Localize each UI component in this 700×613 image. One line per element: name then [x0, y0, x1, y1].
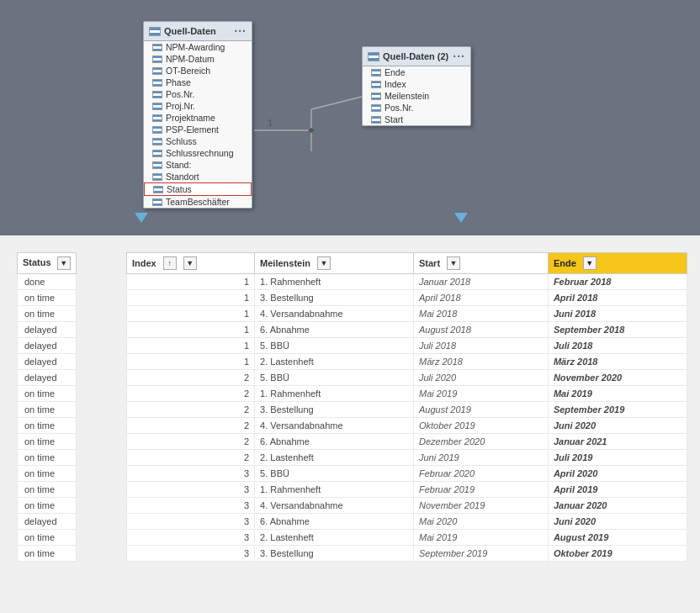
- ende-cell: Juni 2020: [548, 514, 687, 530]
- table-right-dots[interactable]: ···: [453, 50, 465, 63]
- field-npm-datum: NPM-Datum: [144, 53, 252, 65]
- index-cell: 2: [127, 386, 255, 402]
- field-icon: [152, 44, 162, 51]
- index-cell: 3: [127, 466, 255, 482]
- field-icon: [152, 150, 162, 157]
- status-table-row: done: [18, 274, 77, 290]
- start-header-label: Start: [419, 258, 440, 268]
- meilenstein-cell: 1. Rahmenheft: [255, 482, 414, 498]
- status-cell: on time: [18, 546, 77, 562]
- index-cell: 3: [127, 482, 255, 498]
- index-cell: 1: [127, 354, 255, 370]
- table-icon-right: [368, 52, 379, 61]
- status-cell: delayed: [18, 322, 77, 338]
- main-table-row: 14. VersandabnahmeMai 2018Juni 2018: [127, 306, 687, 322]
- status-cell: on time: [18, 530, 77, 546]
- diagram-table-left: Quell-Daten ··· NPM-Awarding NPM-Datum O…: [143, 21, 252, 209]
- start-column-header: Start ▼: [414, 253, 549, 274]
- meilenstein-cell: 5. BBÜ: [255, 466, 414, 482]
- index-cell: 2: [127, 402, 255, 418]
- field-icon: [152, 67, 162, 75]
- field-icon: [152, 79, 162, 87]
- ende-cell: Juni 2020: [548, 418, 687, 434]
- status-table: Status ▼ doneon timeon timedelayeddelaye…: [17, 252, 77, 562]
- status-cell: on time: [18, 402, 77, 418]
- svg-text:1: 1: [268, 118, 273, 128]
- main-table-row: 35. BBÜFebruar 2020April 2020: [127, 466, 687, 482]
- field-icon: [152, 91, 162, 98]
- start-cell: Juni 2019: [414, 450, 549, 466]
- field-icon: [371, 81, 381, 88]
- index-cell: 3: [127, 546, 255, 562]
- meilenstein-filter-button[interactable]: ▼: [317, 256, 331, 270]
- ende-cell: Mai 2019: [548, 386, 687, 402]
- field-schlussrechnung: Schlussrechnung: [144, 147, 252, 159]
- main-table-header-row: Index ↑ ▼ Meilenstein ▼ Start: [127, 253, 687, 274]
- ende-filter-button[interactable]: ▼: [583, 256, 597, 270]
- meilenstein-cell: 6. Abnahme: [255, 514, 414, 530]
- status-cell: on time: [18, 482, 77, 498]
- field-icon: [371, 69, 381, 77]
- index-sort-button[interactable]: ↑: [163, 256, 177, 270]
- start-cell: April 2018: [414, 290, 549, 306]
- meilenstein-cell: 4. Versandabnahme: [255, 418, 414, 434]
- main-table-row: 11. RahmenheftJanuar 2018Februar 2018: [127, 274, 687, 290]
- field-icon: [152, 114, 162, 122]
- meilenstein-cell: 1. Rahmenheft: [255, 386, 414, 402]
- meilenstein-cell: 4. Versandabnahme: [255, 306, 414, 322]
- arrow-right: [454, 213, 468, 223]
- ende-cell: Juli 2019: [548, 450, 687, 466]
- start-cell: Februar 2020: [414, 466, 549, 482]
- status-table-row: delayed: [18, 370, 77, 386]
- ende-cell: September 2018: [548, 322, 687, 338]
- diagram-table-right-header: Quell-Daten (2) ···: [363, 47, 470, 66]
- status-table-row: on time: [18, 402, 77, 418]
- field-icon: [152, 138, 162, 145]
- meilenstein-cell: 2. Lastenheft: [255, 354, 414, 370]
- start-cell: Mai 2019: [414, 530, 549, 546]
- status-table-row: on time: [18, 386, 77, 402]
- ende-cell: Januar 2021: [548, 434, 687, 450]
- start-cell: August 2019: [414, 402, 549, 418]
- start-cell: September 2019: [414, 546, 549, 562]
- status-table-row: delayed: [18, 322, 77, 338]
- field-icon: [371, 116, 381, 124]
- field-icon: [152, 173, 162, 181]
- start-cell: Juli 2020: [414, 370, 549, 386]
- status-cell: on time: [18, 290, 77, 306]
- status-cell: delayed: [18, 354, 77, 370]
- status-cell: on time: [18, 450, 77, 466]
- meilenstein-header-label: Meilenstein: [260, 258, 310, 268]
- start-cell: Mai 2018: [414, 306, 549, 322]
- ende-cell: Oktober 2019: [548, 546, 687, 562]
- start-filter-button[interactable]: ▼: [447, 256, 460, 270]
- index-cell: 1: [127, 322, 255, 338]
- field-icon: [152, 161, 162, 169]
- field-icon: [152, 198, 162, 206]
- meilenstein-cell: 3. Bestellung: [255, 546, 414, 562]
- main-table-row: 33. BestellungSeptember 2019Oktober 2019: [127, 546, 687, 562]
- diagram-table-right-title: Quell-Daten (2): [383, 51, 448, 61]
- index-cell: 3: [127, 514, 255, 530]
- status-cell: on time: [18, 418, 77, 434]
- main-table-row: 31. RahmenheftFebruar 2019April 2019: [127, 482, 687, 498]
- status-filter-button[interactable]: ▼: [57, 256, 71, 270]
- field-status-highlighted: Status: [144, 182, 252, 196]
- ende-cell: April 2020: [548, 466, 687, 482]
- meilenstein-cell: 3. Bestellung: [255, 290, 414, 306]
- index-cell: 1: [127, 290, 255, 306]
- arrow-down-right: [454, 213, 468, 223]
- status-table-row: on time: [18, 466, 77, 482]
- index-filter-button[interactable]: ▼: [183, 256, 197, 270]
- table-left-dots[interactable]: ···: [234, 24, 247, 38]
- status-table-row: delayed: [18, 514, 77, 530]
- ende-column-header: Ende ▼: [548, 253, 687, 274]
- ende-cell: Februar 2018: [548, 274, 687, 290]
- field-meilenstein: Meilenstein: [363, 90, 470, 102]
- index-cell: 2: [127, 450, 255, 466]
- main-table-row: 34. VersandabnahmeNovember 2019Januar 20…: [127, 498, 687, 514]
- ende-cell: März 2018: [548, 354, 687, 370]
- field-start: Start: [363, 114, 470, 125]
- field-icon: [371, 104, 381, 112]
- start-cell: August 2018: [414, 322, 549, 338]
